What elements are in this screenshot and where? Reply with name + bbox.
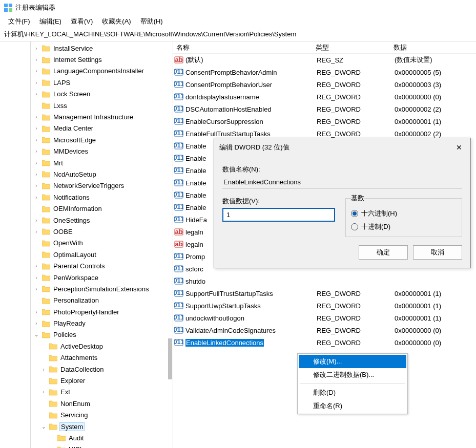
- tree-item[interactable]: DataCollection: [31, 364, 173, 375]
- tree-item[interactable]: OEMInformation: [31, 203, 173, 214]
- chevron-right-icon[interactable]: [33, 159, 40, 166]
- value-row[interactable]: 011dontdisplaylastusernameREG_DWORD0x000…: [173, 91, 476, 103]
- tree-scrollbar[interactable]: [168, 338, 172, 379]
- value-row[interactable]: 011EnableCursorSuppressionREG_DWORD0x000…: [173, 115, 476, 127]
- menu-fav[interactable]: 收藏夹(A): [98, 16, 135, 27]
- chevron-right-icon[interactable]: [33, 320, 40, 327]
- tree-item[interactable]: OOBE: [31, 226, 173, 237]
- tree-item[interactable]: OptimalLayout: [31, 249, 173, 260]
- value-row[interactable]: 011DSCAutomationHostEnabledREG_DWORD0x00…: [173, 103, 476, 115]
- tree-item[interactable]: PlayReady: [31, 317, 173, 329]
- chevron-right-icon[interactable]: [33, 217, 40, 224]
- radix-hex[interactable]: 十六进制(H): [351, 209, 457, 218]
- tree-item[interactable]: PenWorkspace: [31, 272, 173, 283]
- ctx-delete[interactable]: 删除(D): [299, 386, 406, 399]
- value-name-field[interactable]: [222, 176, 462, 188]
- value-row[interactable]: 011ConsentPromptBehaviorUserREG_DWORD0x0…: [173, 78, 476, 91]
- chevron-right-icon[interactable]: [33, 56, 40, 63]
- titlebar: 注册表编辑器: [0, 0, 476, 15]
- tree-item[interactable]: NetworkServiceTriggers: [31, 180, 173, 191]
- tree-item[interactable]: NonEnum: [31, 398, 173, 409]
- tree-item[interactable]: LanguageComponentsInstaller: [31, 66, 173, 77]
- tree-item[interactable]: MicrosoftEdge: [31, 134, 173, 145]
- tree-panel[interactable]: InstallServiceInternet SettingsLanguageC…: [31, 41, 173, 448]
- chevron-right-icon[interactable]: [33, 274, 40, 281]
- tree-item[interactable]: Servicing: [31, 410, 173, 421]
- tree-item[interactable]: NcdAutoSetup: [31, 168, 173, 180]
- tree-item[interactable]: Internet Settings: [31, 54, 173, 65]
- value-type: REG_DWORD: [317, 314, 395, 322]
- dialog-titlebar[interactable]: 编辑 DWORD (32 位)值 ✕: [214, 138, 470, 157]
- menu-file[interactable]: 文件(F): [4, 16, 34, 27]
- chevron-right-icon[interactable]: [33, 194, 40, 201]
- folder-icon: [42, 102, 50, 109]
- close-icon[interactable]: ✕: [451, 141, 467, 154]
- chevron-right-icon[interactable]: [33, 285, 40, 292]
- chevron-right-icon[interactable]: [33, 91, 40, 98]
- chevron-down-icon[interactable]: [40, 423, 47, 430]
- menu-edit[interactable]: 编辑(E): [35, 16, 66, 27]
- tree-item[interactable]: ActiveDesktop: [31, 340, 173, 352]
- tree-item[interactable]: Explorer: [31, 375, 173, 386]
- address-bar[interactable]: 计算机\HKEY_LOCAL_MACHINE\SOFTWARE\Microsof…: [0, 28, 476, 41]
- tree-item[interactable]: MMDevices: [31, 146, 173, 157]
- tree-item[interactable]: Ext: [31, 387, 173, 398]
- ctx-modify-binary[interactable]: 修改二进制数据(B)...: [299, 368, 406, 381]
- tree-item[interactable]: Management Infrastructure: [31, 111, 173, 122]
- tree-item[interactable]: UIPI: [31, 444, 173, 448]
- chevron-right-icon[interactable]: [33, 228, 40, 235]
- value-row[interactable]: 011ConsentPromptBehaviorAdminREG_DWORD0x…: [173, 66, 476, 78]
- value-name: SupportUwpStartupTasks: [185, 302, 261, 310]
- ctx-modify[interactable]: 修改(M)...: [299, 355, 406, 368]
- tree-item[interactable]: OneSettings: [31, 215, 173, 226]
- tree-item[interactable]: Lxss: [31, 100, 173, 111]
- chevron-right-icon[interactable]: [33, 125, 40, 132]
- chevron-right-icon[interactable]: [33, 79, 40, 86]
- chevron-right-icon[interactable]: [33, 308, 40, 315]
- tree-item[interactable]: Notifications: [31, 191, 173, 203]
- value-row[interactable]: 011SupportFullTrustStartupTasksREG_DWORD…: [173, 287, 476, 300]
- value-data-field[interactable]: [222, 208, 335, 222]
- value-row[interactable]: 011SupportUwpStartupTasksREG_DWORD0x0000…: [173, 300, 476, 312]
- chevron-right-icon[interactable]: [33, 182, 40, 189]
- value-row[interactable]: 011EnableLinkedConnectionsREG_DWORD0x000…: [173, 336, 476, 349]
- tree-item[interactable]: Policies: [31, 329, 173, 340]
- tree-item[interactable]: OpenWith: [31, 238, 173, 249]
- tree-item[interactable]: Lock Screen: [31, 89, 173, 100]
- value-row[interactable]: 011shutdo: [173, 275, 476, 287]
- tree-item[interactable]: Mrt: [31, 157, 173, 168]
- chevron-right-icon[interactable]: [33, 45, 40, 52]
- tree-item[interactable]: Personalization: [31, 295, 173, 306]
- tree-item[interactable]: Audit: [31, 432, 173, 443]
- ok-button[interactable]: 确定: [359, 245, 408, 260]
- chevron-right-icon[interactable]: [33, 136, 40, 143]
- tree-item[interactable]: Media Center: [31, 123, 173, 134]
- value-row[interactable]: 011ValidateAdminCodeSignaturesREG_DWORD0…: [173, 324, 476, 336]
- chevron-right-icon[interactable]: [48, 446, 55, 448]
- cancel-button[interactable]: 取消: [413, 245, 462, 260]
- chevron-right-icon[interactable]: [33, 68, 40, 75]
- tree-item[interactable]: PhotoPropertyHandler: [31, 306, 173, 317]
- tree-item[interactable]: Attachments: [31, 352, 173, 364]
- menu-help[interactable]: 帮助(H): [136, 16, 167, 27]
- menu-view[interactable]: 查看(V): [67, 16, 97, 27]
- chevron-right-icon[interactable]: [33, 263, 40, 270]
- radix-dec[interactable]: 十进制(D): [351, 222, 457, 231]
- chevron-right-icon[interactable]: [40, 366, 47, 373]
- tree-item[interactable]: System: [31, 421, 173, 432]
- chevron-right-icon[interactable]: [33, 114, 40, 121]
- chevron-right-icon[interactable]: [33, 148, 40, 155]
- tree-item[interactable]: Parental Controls: [31, 260, 173, 271]
- header-name[interactable]: 名称: [173, 43, 316, 52]
- chevron-right-icon[interactable]: [40, 389, 47, 396]
- header-data[interactable]: 数据: [394, 43, 476, 52]
- ctx-rename[interactable]: 重命名(R): [299, 399, 406, 413]
- tree-item[interactable]: InstallService: [31, 42, 173, 54]
- header-type[interactable]: 类型: [316, 43, 394, 52]
- tree-item[interactable]: PerceptionSimulationExtensions: [31, 283, 173, 294]
- tree-item[interactable]: LAPS: [31, 77, 173, 88]
- chevron-down-icon[interactable]: [33, 331, 40, 338]
- value-row[interactable]: ab(默认)REG_SZ(数值未设置): [173, 54, 476, 66]
- chevron-right-icon[interactable]: [33, 170, 40, 178]
- value-row[interactable]: 011undockwithoutlogonREG_DWORD0x00000001…: [173, 312, 476, 324]
